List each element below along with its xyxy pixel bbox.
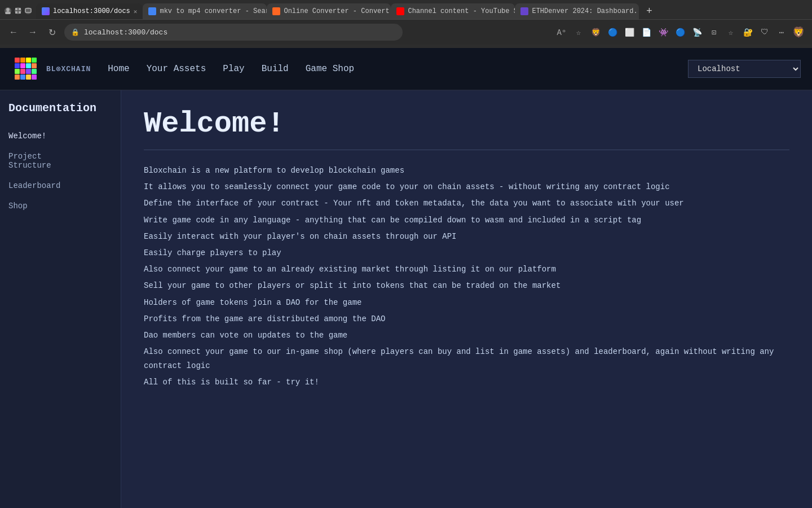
logo-area: BL⊗XCHAIN xyxy=(11,54,91,84)
page-title: Welcome! xyxy=(144,107,789,141)
vpn-icon[interactable]: 🛡 xyxy=(758,25,771,39)
page-container: BL⊗XCHAIN Home Your Assets Play Build Ga… xyxy=(0,48,812,508)
svg-rect-6 xyxy=(25,8,31,12)
address-bar[interactable]: 🔒 localhost:3000/docs xyxy=(64,24,403,41)
brave-logo[interactable]: 🦁 xyxy=(792,25,805,39)
sidebar-item-leaderboard[interactable]: Leaderboard xyxy=(8,176,112,196)
address-text: localhost:3000/docs xyxy=(84,28,167,37)
tab-favicon-converter xyxy=(272,7,280,15)
svg-point-1 xyxy=(5,11,11,14)
browser-chrome: localhost:3000/docs ✕ mkv to mp4 convert… xyxy=(0,0,812,48)
nav-build[interactable]: Build xyxy=(262,64,289,74)
sidebar-item-project-structure[interactable]: ProjectStructure xyxy=(8,146,112,176)
tab-close-localhost[interactable]: ✕ xyxy=(134,8,138,15)
svg-rect-3 xyxy=(19,8,21,10)
svg-rect-12 xyxy=(15,63,20,68)
notion-icon[interactable]: ⬜ xyxy=(623,25,636,39)
svg-rect-17 xyxy=(20,69,25,74)
reload-button[interactable]: ↻ xyxy=(45,25,59,39)
bookmark-icon[interactable]: ☆ xyxy=(572,25,585,39)
tab-youtube[interactable]: Channel content - YouTube Stu... ✕ xyxy=(391,3,515,19)
svg-rect-18 xyxy=(26,69,31,74)
tab-overview-icon[interactable] xyxy=(25,7,32,14)
svg-rect-4 xyxy=(15,11,17,14)
tab-label-search: mkv to mp4 converter - Searc... xyxy=(160,7,267,15)
reddit-icon[interactable]: 👾 xyxy=(656,25,670,39)
title-divider xyxy=(144,150,789,150)
content-paragraph: It allows you to seamlessly connect your… xyxy=(144,180,789,194)
new-tab-button[interactable]: + xyxy=(641,3,657,19)
content-area: Welcome! Bloxchain is a new platform to … xyxy=(121,90,812,508)
wallet-icon[interactable]: 🔐 xyxy=(741,25,754,39)
tab-converter[interactable]: Online Converter - Convert Im... ✕ xyxy=(267,3,391,19)
content-paragraph: Easily charge players to play xyxy=(144,246,789,260)
svg-rect-20 xyxy=(15,75,20,80)
logo-icon xyxy=(11,54,41,84)
tab-label-youtube: Channel content - YouTube Stu... xyxy=(408,7,515,15)
nav-game-shop[interactable]: Game Shop xyxy=(306,64,354,74)
tab-label-localhost: localhost:3000/docs xyxy=(53,7,130,15)
content-paragraph: Also connect your game to our in-game sh… xyxy=(144,345,789,373)
svg-rect-23 xyxy=(32,75,37,80)
svg-rect-14 xyxy=(26,63,31,68)
svg-rect-21 xyxy=(20,75,25,80)
svg-rect-10 xyxy=(26,58,31,63)
content-paragraph: Also connect your game to an already exi… xyxy=(144,262,789,277)
nav-your-assets[interactable]: Your Assets xyxy=(147,64,206,74)
svg-rect-22 xyxy=(26,75,31,80)
tab-favicon-bloxchain xyxy=(42,7,50,15)
content-paragraph: Define the interface of your contract - … xyxy=(144,196,789,211)
main-layout: Documentation Welcome! ProjectStructure … xyxy=(0,90,812,508)
profile-icon[interactable] xyxy=(5,7,11,14)
extensions-icon2[interactable]: 📄 xyxy=(639,25,653,39)
extensions-icon1[interactable]: 🔵 xyxy=(606,25,619,39)
content-paragraph: Write game code in any language - anythi… xyxy=(144,213,789,227)
grid-icon[interactable] xyxy=(15,7,21,14)
content-paragraph: Bloxchain is a new platform to develop b… xyxy=(144,164,789,178)
split-view-icon[interactable]: ⊡ xyxy=(707,25,721,39)
content-paragraph: Profits from the game are distributed am… xyxy=(144,312,789,326)
tab-favicon-youtube xyxy=(396,7,404,15)
nav-play[interactable]: Play xyxy=(223,64,244,74)
tab-search[interactable]: mkv to mp4 converter - Searc... ✕ xyxy=(143,3,267,19)
address-bar-row: ← → ↻ 🔒 localhost:3000/docs Aᵒ ☆ 🦁 🔵 ⬜ 📄… xyxy=(0,19,812,45)
nav-home[interactable]: Home xyxy=(108,64,129,74)
brave-icon[interactable]: 🦁 xyxy=(589,25,602,39)
nav-links: Home Your Assets Play Build Game Shop xyxy=(108,64,688,74)
content-paragraph: Dao members can vote on updates to the g… xyxy=(144,329,789,343)
tab-favicon-search xyxy=(148,7,156,15)
tab-label-converter: Online Converter - Convert Im... xyxy=(284,7,391,15)
content-paragraph: Holders of game tokens join a DAO for th… xyxy=(144,296,789,310)
top-nav: BL⊗XCHAIN Home Your Assets Play Build Ga… xyxy=(0,48,812,90)
svg-rect-8 xyxy=(15,58,20,63)
tab-eth[interactable]: ETHDenver 2024: Dashboard... ✕ xyxy=(515,3,639,19)
svg-rect-11 xyxy=(32,58,37,63)
svg-rect-15 xyxy=(32,63,37,68)
sidebar-item-welcome[interactable]: Welcome! xyxy=(8,126,112,146)
sidebar-item-shop[interactable]: Shop xyxy=(8,196,112,216)
svg-rect-19 xyxy=(32,69,37,74)
forward-button[interactable]: → xyxy=(26,25,39,39)
content-paragraph: Easily interact with your player's on ch… xyxy=(144,230,789,244)
svg-rect-5 xyxy=(19,11,21,14)
tabs-bar: localhost:3000/docs ✕ mkv to mp4 convert… xyxy=(0,0,812,19)
tab-label-eth: ETHDenver 2024: Dashboard... xyxy=(532,7,639,15)
back-button[interactable]: ← xyxy=(7,25,20,39)
toolbar-icons: Aᵒ ☆ 🦁 🔵 ⬜ 📄 👾 🔵 📡 ⊡ ☆ 🔐 🛡 ⋯ 🦁 xyxy=(555,25,805,39)
content-body: Bloxchain is a new platform to develop b… xyxy=(144,164,789,390)
sidebar: Documentation Welcome! ProjectStructure … xyxy=(0,90,121,508)
svg-rect-9 xyxy=(20,58,25,63)
sidebar-title: Documentation xyxy=(8,102,112,115)
more-button[interactable]: ⋯ xyxy=(775,25,788,39)
translate-icon[interactable]: Aᵒ xyxy=(555,25,568,39)
extensions-icon3[interactable]: 🔵 xyxy=(673,25,687,39)
svg-rect-13 xyxy=(20,63,25,68)
network-selector[interactable]: Localhost Mainnet Testnet xyxy=(688,60,801,78)
svg-rect-2 xyxy=(15,8,17,10)
cast-icon[interactable]: 📡 xyxy=(690,25,704,39)
tab-favicon-eth xyxy=(520,7,528,15)
reading-list-icon[interactable]: ☆ xyxy=(724,25,738,39)
logo-text: BL⊗XCHAIN xyxy=(46,64,91,73)
svg-point-0 xyxy=(6,8,10,11)
tab-localhost[interactable]: localhost:3000/docs ✕ xyxy=(36,3,143,19)
